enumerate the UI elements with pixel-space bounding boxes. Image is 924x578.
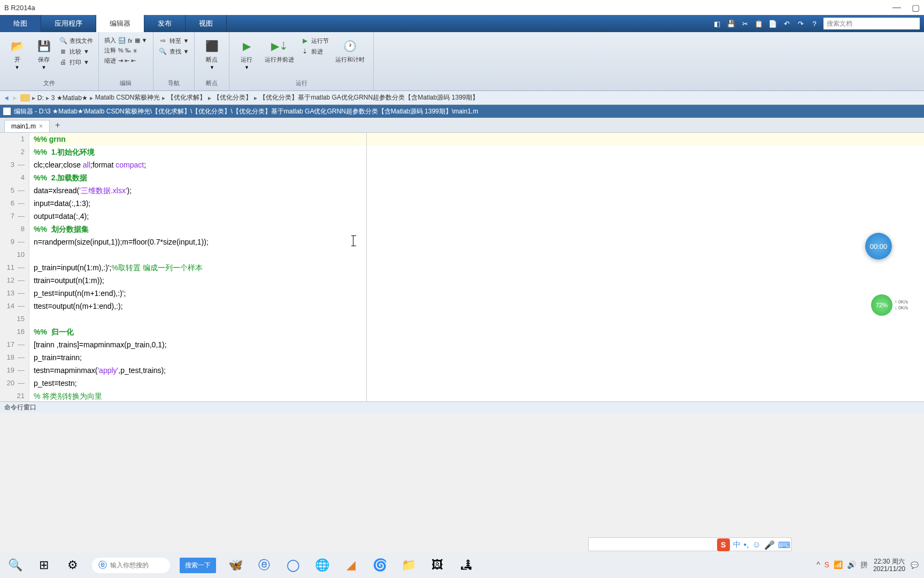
tray-icons[interactable]: ^ S 📶 🔊 拼	[817, 560, 868, 570]
help-icon[interactable]: ?	[810, 19, 819, 28]
run-advance-button[interactable]: ▶⇣运行并前进	[261, 36, 297, 65]
path-seg[interactable]: 【优化分类】基于matlab GA优化GRNN超参数分类【含Matlab源码 1…	[259, 93, 479, 102]
find-files-button[interactable]: 🔍查找文件	[59, 36, 93, 45]
code-editor[interactable]: 1 2 3 — 4 5 — 6 — 7 — 8 9 — 10 11 — 12 —…	[0, 133, 924, 401]
task-view-icon[interactable]: ⊞	[34, 556, 53, 575]
image-icon[interactable]: 🏞	[457, 556, 476, 575]
explorer-icon[interactable]: 📁	[399, 556, 418, 575]
ime-bar: S 中 •, ☺ 🎤 ⌨	[717, 538, 790, 551]
paste-icon[interactable]: 📄	[768, 19, 777, 28]
indent-button[interactable]: 缩进 ⇥ ⇤ ⇤	[104, 57, 148, 65]
forward-icon[interactable]: ►	[12, 94, 18, 102]
app-title: B R2014a	[4, 4, 35, 12]
tab-editor[interactable]: 编辑器	[96, 15, 144, 32]
run-time-button[interactable]: 🕐运行和计时	[332, 36, 368, 65]
print-button[interactable]: 🖨打印 ▼	[59, 58, 93, 66]
new-icon[interactable]: ◧	[712, 19, 722, 28]
ime-lang[interactable]: 中	[733, 540, 741, 550]
ie-app-icon[interactable]: ⓔ	[255, 556, 274, 575]
ime-mic-icon[interactable]: 🎤	[764, 540, 775, 550]
add-tab-button[interactable]: +	[50, 118, 65, 132]
search-widget[interactable]: ⓔ	[92, 558, 170, 573]
edge-icon[interactable]: ◯	[283, 556, 303, 575]
editor-header: 编辑器 - D:\3 ★Matlab★\Matalb CSDN紫极神光\【优化求…	[0, 105, 924, 118]
photos-icon[interactable]: 🖼	[428, 556, 447, 575]
editor-icon	[3, 108, 11, 115]
compare-button[interactable]: ≣比较 ▼	[59, 47, 93, 56]
tray-up-icon[interactable]: ^	[817, 560, 820, 570]
breakpoint-button[interactable]: ⬛断点▼	[200, 36, 224, 71]
ime-icon[interactable]: S	[717, 538, 730, 551]
wifi-icon[interactable]: 📶	[834, 560, 843, 570]
code-content[interactable]: %% grnn %% 1.初始化环境 clc;clear;close all;f…	[29, 133, 924, 401]
path-seg[interactable]: 【优化分类】	[213, 93, 252, 102]
file-tab-main1[interactable]: main1.m ×	[4, 120, 50, 132]
save-icon[interactable]: 💾	[726, 19, 736, 28]
search-doc-input[interactable]: 搜索文档	[823, 18, 920, 29]
notification-icon[interactable]: 💬	[911, 561, 919, 569]
lang-icon[interactable]: 拼	[860, 560, 868, 570]
app-icon-2[interactable]: 🌀	[370, 556, 389, 575]
ime-emoji-icon[interactable]: ☺	[752, 540, 761, 550]
comment-button[interactable]: 注释 % ‰ ⚹	[104, 47, 148, 55]
timer-widget[interactable]: 00:00	[865, 233, 892, 260]
group-file-label: 文件	[5, 79, 93, 88]
run-button[interactable]: ▶运行▼	[235, 36, 258, 71]
group-run-label: 运行	[235, 79, 368, 88]
path-bar[interactable]: ◄ ► ▸ D:▸ 3 ★Matlab★▸ Matalb CSDN紫极神光▸ 【…	[0, 91, 924, 105]
ime-keyboard-icon[interactable]: ⌨	[778, 540, 790, 550]
browser-icon[interactable]: 🌐	[312, 556, 332, 575]
net-stats: ↑ 0K/s ↓ 0K/s	[895, 299, 908, 311]
obs-icon[interactable]: ⚙	[63, 556, 82, 575]
file-tabs: main1.m × +	[0, 118, 924, 133]
cut-icon[interactable]: ✂	[740, 19, 750, 28]
advance-button[interactable]: ⇣前进	[301, 47, 329, 56]
cpu-percent: 72%	[871, 294, 892, 316]
group-nav-label: 导航	[159, 79, 189, 88]
search-icon[interactable]: 🔍	[5, 556, 25, 575]
redo-icon[interactable]: ↷	[796, 19, 805, 28]
search-input[interactable]	[110, 561, 164, 569]
path-seg[interactable]: 3 ★Matlab★	[51, 94, 88, 102]
window-controls: — ▢	[892, 3, 920, 13]
minimize-button[interactable]: —	[892, 3, 901, 13]
insert-button[interactable]: 插入 🔜 fx ▦ ▼	[104, 36, 148, 44]
open-button[interactable]: 📂开▼	[5, 36, 29, 71]
ie-icon: ⓔ	[98, 560, 107, 571]
command-window-label[interactable]: 命令行窗口	[0, 401, 924, 413]
back-icon[interactable]: ◄	[3, 94, 10, 102]
run-section-button[interactable]: ▶运行节	[301, 36, 329, 45]
clock[interactable]: 22:30 周六 2021/11/20	[873, 558, 905, 573]
app-icon-1[interactable]: 🦋	[226, 556, 245, 575]
volume-icon[interactable]: 🔊	[847, 560, 856, 570]
search-button[interactable]: 搜索一下	[180, 558, 216, 573]
maximize-button[interactable]: ▢	[912, 3, 920, 13]
tab-view[interactable]: 视图	[186, 15, 227, 32]
ime-punct-icon[interactable]: •,	[744, 540, 749, 550]
folder-icon[interactable]	[20, 94, 30, 102]
toolbar: 📂开▼ 💾保存▼ 🔍查找文件 ≣比较 ▼ 🖨打印 ▼ 文件 插入 🔜 fx ▦ …	[0, 32, 924, 91]
close-tab-icon[interactable]: ×	[39, 123, 43, 130]
path-seg[interactable]: 【优化求解】	[167, 93, 206, 102]
group-bp-label: 断点	[200, 79, 224, 88]
save-button[interactable]: 💾保存▼	[32, 36, 56, 71]
matlab-icon[interactable]: ◢	[341, 556, 360, 575]
group-edit-label: 编辑	[104, 79, 148, 88]
cpu-widget[interactable]: 72% ↑ 0K/s ↓ 0K/s	[871, 294, 908, 316]
ribbon-tabs: 绘图 应用程序 编辑器 发布 视图 ◧ 💾 ✂ 📋 📄 ↶ ↷ ? 搜索文档	[0, 15, 924, 32]
find-button[interactable]: 🔍查找 ▼	[159, 47, 189, 56]
sogou-tray-icon[interactable]: S	[825, 560, 829, 570]
goto-button[interactable]: ⇨转至 ▼	[159, 36, 189, 45]
copy-icon[interactable]: 📋	[754, 19, 764, 28]
line-gutter: 1 2 3 — 4 5 — 6 — 7 — 8 9 — 10 11 — 12 —…	[0, 133, 29, 401]
editor-title: 编辑器 - D:\3 ★Matlab★\Matalb CSDN紫极神光\【优化求…	[14, 107, 478, 116]
undo-icon[interactable]: ↶	[782, 19, 791, 28]
path-seg[interactable]: Matalb CSDN紫极神光	[95, 93, 160, 102]
text-cursor	[353, 235, 353, 246]
tab-plot[interactable]: 绘图	[0, 15, 41, 32]
tab-apps[interactable]: 应用程序	[41, 15, 96, 32]
taskbar: 🔍 ⊞ ⚙ ⓔ 搜索一下 🦋 ⓔ ◯ 🌐 ◢ 🌀 📁 🖼 🏞 ^ S 📶 🔊 拼…	[0, 552, 924, 578]
tab-publish[interactable]: 发布	[144, 15, 186, 32]
path-seg[interactable]: D:	[37, 94, 44, 102]
